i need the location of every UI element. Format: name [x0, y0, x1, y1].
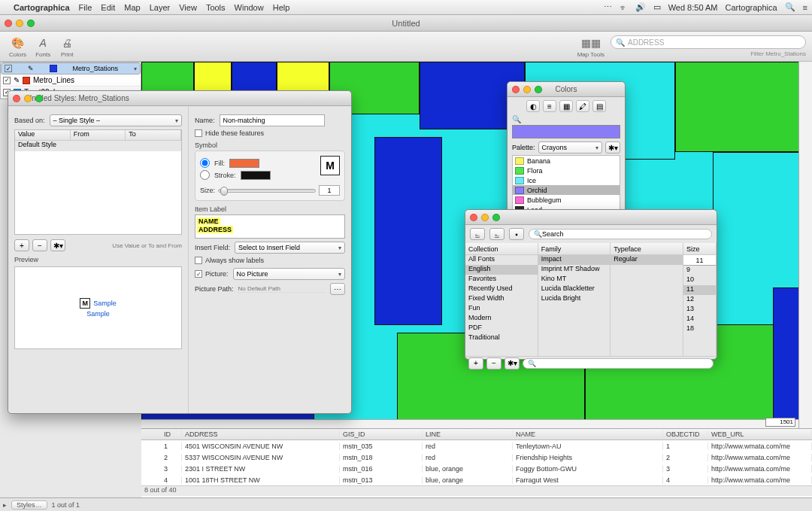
font-search-bottom[interactable]: 🔍 — [523, 358, 714, 369]
list-item[interactable]: Bubblegum — [513, 195, 620, 205]
user-menu[interactable]: Cartographica — [725, 3, 777, 12]
font-remove-button[interactable]: − — [486, 357, 501, 370]
list-item[interactable]: 11 — [683, 285, 716, 295]
palette-tab-icon[interactable]: ▤ — [592, 100, 606, 112]
picture-path-browse[interactable]: ⋯ — [330, 283, 345, 295]
insert-field-select[interactable]: Select to Insert Field — [235, 242, 345, 254]
typeface-list[interactable]: Typeface Regular — [611, 243, 683, 356]
family-list[interactable]: Family Impact Imprint MT Shadow Kino MT … — [538, 243, 611, 356]
col-name[interactable]: NAME — [513, 430, 663, 438]
menu-tools[interactable]: Tools — [206, 3, 226, 12]
list-item[interactable]: Kino MT — [538, 275, 611, 284]
col-objectid[interactable]: OBJECTID — [663, 430, 708, 438]
list-item[interactable]: 9 — [683, 266, 716, 275]
window-controls[interactable] — [5, 20, 35, 27]
disclosure-icon[interactable]: ▸ — [3, 501, 7, 509]
toolbar-colors[interactable]: 🎨Colors — [6, 35, 29, 58]
list-item[interactable]: Recently Used — [465, 284, 538, 294]
app-menu[interactable]: Cartographica — [14, 3, 70, 12]
add-rule-button[interactable]: + — [14, 239, 29, 251]
fill-radio[interactable] — [200, 158, 210, 168]
menu-edit[interactable]: Edit — [101, 3, 115, 12]
font-action-menu[interactable]: ✱▾ — [504, 357, 520, 370]
remove-rule-button[interactable]: − — [32, 239, 47, 251]
picture-checkbox[interactable]: ✓Picture: — [195, 270, 229, 278]
list-item[interactable]: Ice — [513, 175, 620, 185]
list-item[interactable]: Regular — [611, 255, 683, 265]
list-item[interactable]: Default Style — [15, 141, 181, 151]
fonts-titlebar[interactable] — [465, 210, 717, 225]
table-row[interactable]: 32301 I STREET NWmstn_016blue, orangeFog… — [141, 463, 812, 474]
col-gisid[interactable]: GIS_ID — [340, 430, 423, 438]
style-name-input[interactable] — [220, 114, 325, 126]
menu-map[interactable]: Map — [124, 3, 140, 12]
symbol-picture[interactable]: M — [320, 156, 340, 175]
list-item[interactable]: Favorites — [465, 275, 538, 284]
battery-icon[interactable]: ▭ — [653, 2, 661, 12]
col-to[interactable]: To — [126, 130, 181, 140]
based-on-select[interactable]: – Single Style – — [50, 114, 182, 126]
list-item[interactable]: All Fonts — [465, 255, 538, 265]
colors-titlebar[interactable]: Colors — [508, 82, 625, 97]
style-editor-titlebar[interactable]: Untitled Styles: Metro_Stations — [8, 91, 351, 106]
hide-features-checkbox[interactable]: Hide these features — [195, 129, 345, 137]
col-address[interactable]: ADDRESS — [182, 430, 340, 438]
toolbar-fonts[interactable]: AFonts — [32, 35, 53, 58]
size-field[interactable] — [683, 255, 716, 266]
list-item[interactable]: English — [465, 265, 538, 275]
picture-select[interactable]: No Picture — [233, 268, 345, 280]
font-search[interactable]: 🔍 Search — [529, 229, 712, 239]
list-item[interactable]: Fun — [465, 304, 538, 314]
size-field[interactable] — [319, 185, 340, 196]
toolbar-print[interactable]: 🖨Print — [56, 35, 77, 58]
list-item[interactable]: 18 — [683, 324, 716, 334]
always-show-labels-checkbox[interactable]: Always show labels — [195, 257, 345, 264]
spectrum-tab-icon[interactable]: ▦ — [559, 100, 573, 112]
size-list[interactable]: Size 9 10 11 12 13 14 18 — [683, 243, 717, 356]
layer-row[interactable]: ✓✎Metro_Stations — [1, 62, 141, 75]
layer-visible-checkbox[interactable]: ✓ — [5, 65, 12, 72]
list-item[interactable]: Flora — [513, 166, 620, 175]
wifi-icon[interactable]: ᯤ — [620, 3, 628, 12]
palette-action-menu[interactable]: ✱▾ — [605, 141, 620, 154]
list-item[interactable]: 14 — [683, 315, 716, 324]
menu-file[interactable]: File — [79, 3, 92, 12]
list-item[interactable]: Impact — [538, 255, 611, 265]
list-item[interactable]: Lucida Bright — [538, 294, 611, 304]
clock[interactable]: Wed 8:50 AM — [668, 3, 718, 12]
col-weburl[interactable]: WEB_URL — [708, 430, 812, 438]
menu-view[interactable]: View — [179, 3, 197, 12]
collection-list[interactable]: Collection All Fonts English Favorites R… — [465, 243, 538, 356]
list-item[interactable]: 12 — [683, 295, 716, 305]
menu-layer[interactable]: Layer — [150, 3, 171, 12]
list-item[interactable]: Imprint MT Shadow — [538, 265, 611, 275]
list-item[interactable]: Orchid — [513, 185, 620, 195]
rule-action-menu[interactable]: ✱▾ — [50, 239, 65, 251]
list-item[interactable]: PDF — [465, 324, 538, 333]
col-id[interactable]: ID — [161, 430, 182, 438]
stroke-radio[interactable] — [200, 170, 210, 180]
font-color-button[interactable]: ▪ — [509, 228, 524, 240]
volume-icon[interactable]: 🔊 — [635, 2, 646, 12]
palette-select[interactable]: Crayons — [538, 141, 602, 154]
font-strike-button[interactable]: ⎁ — [489, 228, 504, 240]
col-value[interactable]: Value — [15, 130, 71, 140]
fill-color-well[interactable] — [229, 159, 259, 168]
table-row[interactable]: 25337 WISCONSIN AVENUE NWmstn_018redFrie… — [141, 452, 812, 463]
layer-row[interactable]: ✓✎Metro_Lines — [1, 75, 141, 87]
list-item[interactable]: Lucida Blackletter — [538, 284, 611, 294]
table-row[interactable]: 14501 WISCONSIN AVENUE NWmstn_035redTenl… — [141, 440, 812, 452]
bluetooth-icon[interactable]: ⋯ — [604, 2, 612, 12]
list-item[interactable]: 13 — [683, 305, 716, 315]
font-add-button[interactable]: + — [468, 357, 483, 370]
scale-field[interactable]: 1501 — [765, 418, 795, 427]
label-editor[interactable]: NAMEADDRESS — [195, 214, 345, 239]
current-color-well[interactable] — [512, 125, 620, 138]
list-item[interactable]: Banana — [513, 156, 620, 166]
toolbar-maptools[interactable]: ▦▦Map Tools — [574, 35, 607, 58]
notifications-icon[interactable]: ≡ — [803, 3, 807, 12]
layer-visible-checkbox[interactable]: ✓ — [3, 77, 11, 84]
list-item[interactable]: Modern — [465, 314, 538, 324]
size-slider[interactable] — [218, 189, 316, 193]
list-item[interactable]: 10 — [683, 275, 716, 285]
